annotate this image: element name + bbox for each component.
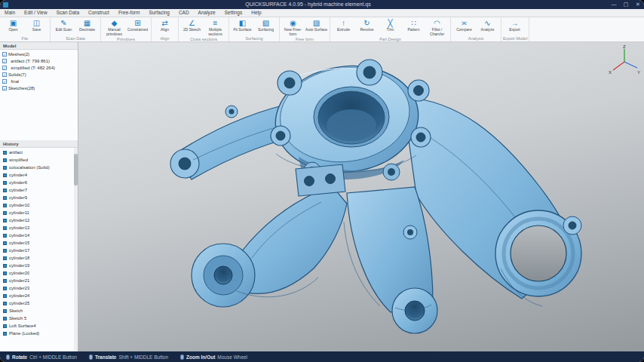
- ribbon-button[interactable]: ∷ Pattern: [402, 18, 425, 32]
- tree-checkbox-icon[interactable]: ✓: [2, 66, 7, 70]
- ribbon-button[interactable]: ▦ Decimate: [75, 18, 99, 32]
- menu-item[interactable]: Construct: [84, 9, 114, 17]
- history-item[interactable]: cylinder17: [0, 247, 78, 254]
- minimize-button[interactable]: —: [608, 0, 620, 9]
- ribbon-button[interactable]: ∠ 2D Sketch: [180, 18, 204, 32]
- history-item[interactable]: Sketch: [0, 307, 78, 314]
- history-item[interactable]: cylinder10: [0, 201, 78, 209]
- history-item[interactable]: simplified: [0, 156, 78, 164]
- status-segment: Rotate Ctrl + MIDDLE Button: [6, 354, 77, 360]
- ribbon-button[interactable]: ≍ Compare: [452, 18, 476, 32]
- tree-item[interactable]: ✓ Sketches(28): [0, 84, 78, 91]
- feature-icon: [3, 264, 7, 268]
- feature-icon: [3, 219, 7, 222]
- history-item[interactable]: cylinder25: [0, 299, 78, 307]
- tree-item-label: final: [8, 79, 19, 84]
- ribbon-button[interactable]: ╳ Trim: [379, 18, 402, 32]
- ribbon-group-part-design: ↑ Extrude ↻ Revolve ╳ Trim ∷ Pattern: [330, 17, 451, 41]
- history-item-label: cylinder13: [9, 225, 29, 230]
- history-item[interactable]: cylinder23: [0, 284, 78, 292]
- history-item-label: cylinder18: [9, 256, 29, 260]
- history-item[interactable]: cylinder11: [0, 209, 78, 216]
- history-item[interactable]: Plane (Locked): [0, 330, 78, 337]
- tree-item[interactable]: ✓ final: [0, 78, 78, 84]
- ribbon-group-scan-data: ✎ Edit Scan ▦ Decimate Scan Data: [51, 17, 101, 41]
- tree-checkbox-icon[interactable]: ✓: [2, 86, 7, 90]
- ribbon-button[interactable]: ▧ Surfacing: [254, 18, 278, 32]
- history-item-label: cylinder17: [9, 248, 29, 253]
- app-logo-icon: [3, 2, 8, 8]
- menu-item[interactable]: Settings: [220, 9, 247, 17]
- history-item[interactable]: cylinder4: [0, 171, 78, 179]
- history-item[interactable]: cylinder9: [0, 194, 78, 201]
- tree-item[interactable]: ✓ Meshes(2): [0, 51, 78, 57]
- tree-checkbox-icon[interactable]: ✓: [2, 59, 7, 63]
- ribbon-button[interactable]: ↻ Revolve: [355, 18, 379, 32]
- tree-item[interactable]: ✓ artifact (T: 799 861): [0, 57, 78, 64]
- ribbon-button[interactable]: ⊞ Constrained: [126, 18, 149, 32]
- ribbon-button[interactable]: ✎ Edit Scan: [52, 18, 75, 32]
- status-segment-label: Zoom In/Out: [186, 354, 215, 360]
- orientation-triad[interactable]: Z X Y: [608, 45, 641, 75]
- menubar: Main Edit / View Scan Data Construct Fre…: [0, 9, 644, 17]
- maximize-button[interactable]: ▢: [620, 0, 632, 9]
- close-button[interactable]: ✕: [632, 0, 644, 9]
- history-item[interactable]: cylinder21: [0, 277, 78, 284]
- ribbon-group-label: Part Design: [332, 36, 449, 42]
- ribbon-button[interactable]: ◫ Save: [25, 18, 48, 32]
- feature-icon: [3, 272, 7, 275]
- scrollbar-thumb[interactable]: [74, 154, 78, 186]
- history-item[interactable]: cylinder13: [0, 224, 78, 232]
- history-header: History: [0, 140, 78, 148]
- menu-item[interactable]: Scan Data: [52, 9, 84, 17]
- history-item[interactable]: cylinder6: [0, 179, 78, 186]
- ribbon-button[interactable]: ▨ Auto Surface: [305, 18, 328, 32]
- history-item-label: cylinder6: [9, 180, 27, 185]
- history-item-label: cylinder23: [9, 286, 29, 290]
- history-item[interactable]: Loft Surface4: [0, 322, 78, 330]
- history-item[interactable]: cylinder19: [0, 262, 78, 269]
- ribbon-button[interactable]: ◆ Manual primitives: [103, 18, 126, 36]
- history-item[interactable]: cylinder12: [0, 216, 78, 224]
- status-segment-label: Rotate: [12, 354, 27, 360]
- tree-checkbox-icon[interactable]: ✓: [2, 72, 7, 77]
- ribbon-button[interactable]: ↑ Extrude: [332, 18, 355, 32]
- history-item[interactable]: colocalsation (Solid): [0, 164, 78, 171]
- menu-item[interactable]: CAD: [174, 9, 194, 17]
- ribbon-button[interactable]: ≡ Multiple sections: [204, 18, 227, 36]
- history-item-label: simplified: [9, 158, 28, 162]
- history-item[interactable]: cylinder18: [0, 254, 78, 262]
- ribbon-button[interactable]: ▣ Open: [2, 18, 25, 32]
- ribbon-button[interactable]: ◠ Fillet / Chamfer: [425, 18, 449, 36]
- ribbon-button-label: Compare: [456, 28, 472, 32]
- feature-icon: [3, 317, 7, 321]
- tree-item[interactable]: ✓ Solids(7): [0, 71, 78, 78]
- ribbon-button[interactable]: → Export: [503, 18, 526, 32]
- history-item[interactable]: Sketch 5: [0, 314, 78, 322]
- menu-item[interactable]: Edit / View: [20, 9, 52, 17]
- history-item[interactable]: cylinder20: [0, 269, 78, 277]
- ribbon-button[interactable]: ∿ Analyze: [476, 18, 499, 32]
- history-item[interactable]: cylinder14: [0, 232, 78, 239]
- tree-item[interactable]: ✓ simplified (T: 482 264): [0, 64, 78, 71]
- menu-item[interactable]: Free-form: [114, 9, 145, 17]
- ribbon-group-export: → Export Export Model: [501, 17, 529, 41]
- menu-item[interactable]: Main: [0, 9, 20, 17]
- tree-checkbox-icon[interactable]: ✓: [2, 52, 7, 57]
- 3d-model-steering-knuckle[interactable]: [78, 42, 644, 351]
- 3d-viewport[interactable]: Z X Y: [78, 42, 644, 351]
- history-item[interactable]: cylinder15: [0, 239, 78, 247]
- tree-checkbox-icon[interactable]: ✓: [2, 79, 7, 84]
- ribbon-button[interactable]: ⇄ Align: [153, 18, 176, 32]
- menu-item[interactable]: Help: [247, 9, 265, 17]
- feature-icon: [3, 279, 7, 283]
- history-item[interactable]: artifact: [0, 149, 78, 156]
- menu-item[interactable]: Analyze: [194, 9, 220, 17]
- panel-scrollbar[interactable]: [74, 148, 78, 351]
- feature-icon: [3, 287, 7, 290]
- menu-item[interactable]: Surfacing: [144, 9, 173, 17]
- ribbon-button[interactable]: ◉ New Free-form: [281, 18, 305, 36]
- history-item[interactable]: cylinder7: [0, 186, 78, 194]
- ribbon-button[interactable]: ◧ Fit Surface: [231, 18, 254, 32]
- history-item[interactable]: cylinder24: [0, 292, 78, 299]
